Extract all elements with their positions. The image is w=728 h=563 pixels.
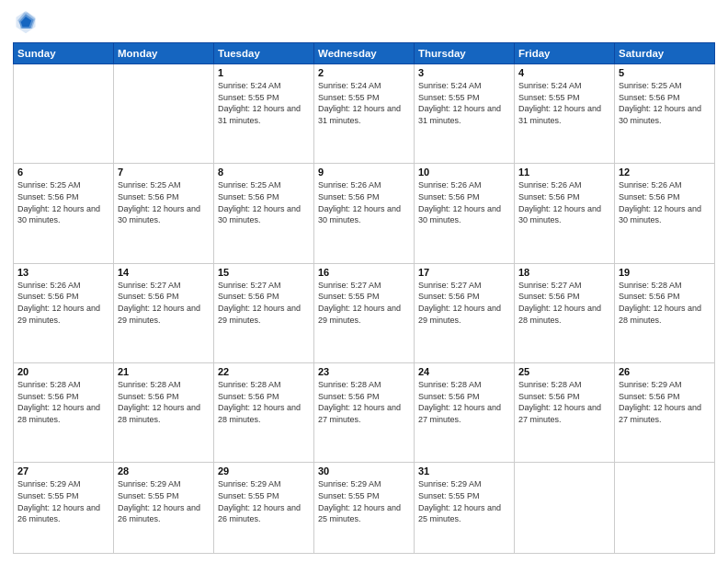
day-number: 11 — [518, 167, 610, 178]
day-number: 10 — [418, 167, 510, 178]
calendar-week-row: 27Sunrise: 5:29 AM Sunset: 5:55 PM Dayli… — [14, 463, 715, 554]
day-info: Sunrise: 5:26 AM Sunset: 5:56 PM Dayligh… — [619, 179, 711, 225]
day-number: 1 — [218, 67, 310, 78]
calendar-cell: 24Sunrise: 5:28 AM Sunset: 5:56 PM Dayli… — [415, 363, 515, 463]
calendar-cell: 4Sunrise: 5:24 AM Sunset: 5:55 PM Daylig… — [515, 64, 615, 164]
weekday-header: Thursday — [415, 43, 515, 64]
day-info: Sunrise: 5:24 AM Sunset: 5:55 PM Dayligh… — [418, 80, 510, 126]
day-number: 23 — [318, 366, 410, 377]
page: SundayMondayTuesdayWednesdayThursdayFrid… — [0, 0, 728, 563]
calendar-header-row: SundayMondayTuesdayWednesdayThursdayFrid… — [14, 43, 715, 64]
calendar-cell: 11Sunrise: 5:26 AM Sunset: 5:56 PM Dayli… — [515, 164, 615, 263]
day-info: Sunrise: 5:26 AM Sunset: 5:56 PM Dayligh… — [318, 179, 410, 225]
weekday-header: Monday — [114, 43, 214, 64]
day-info: Sunrise: 5:28 AM Sunset: 5:56 PM Dayligh… — [218, 379, 310, 425]
day-info: Sunrise: 5:24 AM Sunset: 5:55 PM Dayligh… — [218, 80, 310, 126]
day-number: 18 — [518, 267, 610, 278]
calendar-cell: 23Sunrise: 5:28 AM Sunset: 5:56 PM Dayli… — [314, 363, 415, 463]
day-number: 25 — [518, 366, 610, 377]
day-info: Sunrise: 5:28 AM Sunset: 5:56 PM Dayligh… — [418, 379, 510, 425]
calendar-cell: 2Sunrise: 5:24 AM Sunset: 5:55 PM Daylig… — [314, 64, 415, 164]
day-number: 28 — [118, 465, 210, 477]
day-number: 9 — [318, 167, 410, 178]
day-info: Sunrise: 5:27 AM Sunset: 5:56 PM Dayligh… — [418, 280, 510, 326]
day-info: Sunrise: 5:28 AM Sunset: 5:56 PM Dayligh… — [318, 379, 410, 425]
calendar-cell — [615, 463, 715, 554]
day-info: Sunrise: 5:28 AM Sunset: 5:56 PM Dayligh… — [17, 379, 109, 425]
day-info: Sunrise: 5:28 AM Sunset: 5:56 PM Dayligh… — [118, 379, 210, 425]
calendar-cell: 27Sunrise: 5:29 AM Sunset: 5:55 PM Dayli… — [14, 463, 114, 554]
header — [13, 9, 715, 35]
logo-icon — [13, 9, 39, 35]
day-number: 24 — [418, 366, 510, 377]
day-number: 13 — [17, 267, 109, 278]
calendar-week-row: 1Sunrise: 5:24 AM Sunset: 5:55 PM Daylig… — [14, 64, 715, 164]
day-number: 30 — [318, 465, 410, 477]
calendar-cell: 7Sunrise: 5:25 AM Sunset: 5:56 PM Daylig… — [114, 164, 214, 263]
day-number: 26 — [619, 366, 711, 377]
day-number: 21 — [118, 366, 210, 377]
day-number: 15 — [218, 267, 310, 278]
day-number: 29 — [218, 465, 310, 477]
day-number: 17 — [418, 267, 510, 278]
weekday-header: Friday — [515, 43, 615, 64]
weekday-header: Wednesday — [314, 43, 415, 64]
calendar-cell: 22Sunrise: 5:28 AM Sunset: 5:56 PM Dayli… — [214, 363, 314, 463]
day-number: 31 — [418, 465, 510, 477]
day-info: Sunrise: 5:26 AM Sunset: 5:56 PM Dayligh… — [17, 280, 109, 326]
day-number: 3 — [418, 67, 510, 78]
day-info: Sunrise: 5:27 AM Sunset: 5:56 PM Dayligh… — [118, 280, 210, 326]
calendar-cell: 19Sunrise: 5:28 AM Sunset: 5:56 PM Dayli… — [615, 263, 715, 362]
calendar-cell: 13Sunrise: 5:26 AM Sunset: 5:56 PM Dayli… — [14, 263, 114, 362]
day-info: Sunrise: 5:28 AM Sunset: 5:56 PM Dayligh… — [619, 280, 711, 326]
calendar-cell: 29Sunrise: 5:29 AM Sunset: 5:55 PM Dayli… — [214, 463, 314, 554]
calendar-cell: 15Sunrise: 5:27 AM Sunset: 5:56 PM Dayli… — [214, 263, 314, 362]
weekday-header: Saturday — [615, 43, 715, 64]
day-info: Sunrise: 5:29 AM Sunset: 5:55 PM Dayligh… — [17, 478, 109, 524]
day-number: 2 — [318, 67, 410, 78]
calendar-week-row: 20Sunrise: 5:28 AM Sunset: 5:56 PM Dayli… — [14, 363, 715, 463]
day-number: 7 — [118, 167, 210, 178]
calendar-cell: 26Sunrise: 5:29 AM Sunset: 5:56 PM Dayli… — [615, 363, 715, 463]
day-info: Sunrise: 5:26 AM Sunset: 5:56 PM Dayligh… — [518, 179, 610, 225]
calendar-cell: 16Sunrise: 5:27 AM Sunset: 5:55 PM Dayli… — [314, 263, 415, 362]
day-info: Sunrise: 5:26 AM Sunset: 5:56 PM Dayligh… — [418, 179, 510, 225]
day-number: 20 — [17, 366, 109, 377]
day-info: Sunrise: 5:29 AM Sunset: 5:55 PM Dayligh… — [118, 478, 210, 524]
day-number: 22 — [218, 366, 310, 377]
day-number: 8 — [218, 167, 310, 178]
weekday-header: Tuesday — [214, 43, 314, 64]
calendar-cell: 8Sunrise: 5:25 AM Sunset: 5:56 PM Daylig… — [214, 164, 314, 263]
calendar: SundayMondayTuesdayWednesdayThursdayFrid… — [13, 42, 715, 554]
calendar-cell: 1Sunrise: 5:24 AM Sunset: 5:55 PM Daylig… — [214, 64, 314, 164]
calendar-cell: 25Sunrise: 5:28 AM Sunset: 5:56 PM Dayli… — [515, 363, 615, 463]
calendar-cell: 18Sunrise: 5:27 AM Sunset: 5:56 PM Dayli… — [515, 263, 615, 362]
calendar-cell: 21Sunrise: 5:28 AM Sunset: 5:56 PM Dayli… — [114, 363, 214, 463]
calendar-cell — [515, 463, 615, 554]
day-info: Sunrise: 5:29 AM Sunset: 5:55 PM Dayligh… — [418, 478, 510, 524]
day-info: Sunrise: 5:25 AM Sunset: 5:56 PM Dayligh… — [218, 179, 310, 225]
calendar-cell: 5Sunrise: 5:25 AM Sunset: 5:56 PM Daylig… — [615, 64, 715, 164]
logo — [13, 9, 42, 35]
day-info: Sunrise: 5:29 AM Sunset: 5:56 PM Dayligh… — [619, 379, 711, 425]
day-info: Sunrise: 5:29 AM Sunset: 5:55 PM Dayligh… — [318, 478, 410, 524]
calendar-cell: 3Sunrise: 5:24 AM Sunset: 5:55 PM Daylig… — [415, 64, 515, 164]
calendar-cell: 31Sunrise: 5:29 AM Sunset: 5:55 PM Dayli… — [415, 463, 515, 554]
day-info: Sunrise: 5:24 AM Sunset: 5:55 PM Dayligh… — [518, 80, 610, 126]
day-number: 12 — [619, 167, 711, 178]
day-number: 19 — [619, 267, 711, 278]
day-info: Sunrise: 5:24 AM Sunset: 5:55 PM Dayligh… — [318, 80, 410, 126]
day-info: Sunrise: 5:25 AM Sunset: 5:56 PM Dayligh… — [619, 80, 711, 126]
calendar-cell: 6Sunrise: 5:25 AM Sunset: 5:56 PM Daylig… — [14, 164, 114, 263]
day-number: 27 — [17, 465, 109, 477]
day-number: 5 — [619, 67, 711, 78]
day-info: Sunrise: 5:27 AM Sunset: 5:56 PM Dayligh… — [518, 280, 610, 326]
calendar-cell — [114, 64, 214, 164]
day-info: Sunrise: 5:27 AM Sunset: 5:55 PM Dayligh… — [318, 280, 410, 326]
calendar-cell — [14, 64, 114, 164]
calendar-week-row: 13Sunrise: 5:26 AM Sunset: 5:56 PM Dayli… — [14, 263, 715, 362]
day-number: 16 — [318, 267, 410, 278]
day-number: 4 — [518, 67, 610, 78]
calendar-cell: 12Sunrise: 5:26 AM Sunset: 5:56 PM Dayli… — [615, 164, 715, 263]
calendar-cell: 9Sunrise: 5:26 AM Sunset: 5:56 PM Daylig… — [314, 164, 415, 263]
